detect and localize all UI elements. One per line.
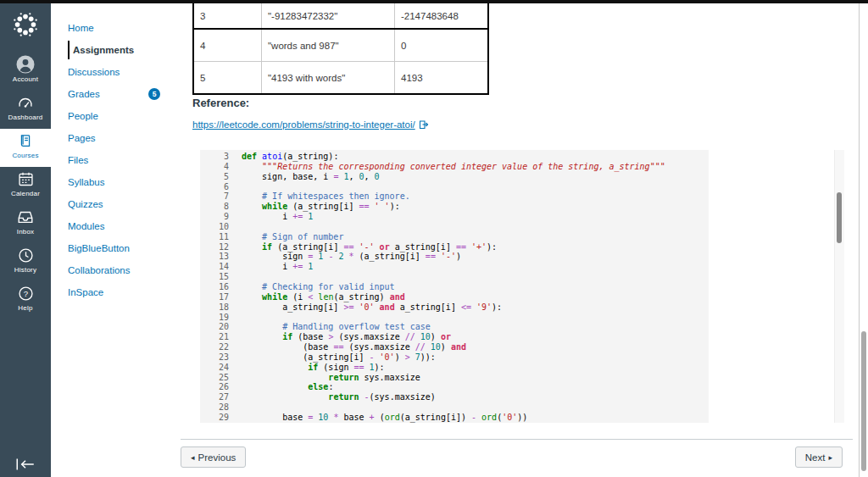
inbox-icon xyxy=(0,207,51,227)
course-nav-label: Assignments xyxy=(73,45,134,55)
code-line: 25 return sys.maxsize xyxy=(205,373,709,383)
clock-icon xyxy=(0,245,51,265)
line-number: 25 xyxy=(205,373,229,383)
line-number: 16 xyxy=(205,282,229,292)
line-number: 9 xyxy=(205,212,229,222)
table-row: 3"-91283472332"-2147483648 xyxy=(194,3,487,30)
page-scrollbar-track[interactable] xyxy=(859,0,860,477)
next-button[interactable]: Next ▸ xyxy=(795,446,843,468)
course-nav-label: Pages xyxy=(68,133,96,143)
canvas-logo[interactable] xyxy=(11,10,40,39)
course-nav-assignments[interactable]: Assignments xyxy=(68,41,176,59)
code-block: 3def atoi(a_string):4 """Returns the cor… xyxy=(200,150,709,423)
course-nav-home[interactable]: Home xyxy=(68,17,176,39)
reference-link-text: https://leetcode.com/problems/string-to-… xyxy=(192,119,415,130)
code-scrollbar-thumb[interactable] xyxy=(837,192,842,243)
global-nav-history[interactable]: History xyxy=(0,243,51,281)
global-nav-label: History xyxy=(0,265,51,275)
input-cell: "4193 with words" xyxy=(261,62,394,93)
grades-badge: 5 xyxy=(148,88,160,100)
course-nav-modules[interactable]: Modules xyxy=(68,215,176,237)
course-nav-label: Syllabus xyxy=(68,177,104,187)
page-scrollbar-thumb[interactable] xyxy=(861,331,866,471)
global-nav-items: AccountDashboardCoursesCalendarInboxHist… xyxy=(0,53,51,319)
global-nav-inbox[interactable]: Inbox xyxy=(0,205,51,243)
previous-button[interactable]: ◂ Previous xyxy=(181,446,246,468)
line-number: 22 xyxy=(205,342,229,352)
user-icon xyxy=(0,54,51,75)
book-icon xyxy=(0,130,51,151)
course-nav-label: Discussions xyxy=(68,67,120,77)
code-line: 6 xyxy=(205,182,709,192)
course-nav-grades[interactable]: Grades5 xyxy=(68,83,176,105)
code-region: 3def atoi(a_string):4 """Returns the cor… xyxy=(200,150,844,423)
calendar-icon xyxy=(0,169,51,189)
course-nav-files[interactable]: Files xyxy=(68,149,176,171)
test-case-table: 3"-91283472332"-21474836484"words and 98… xyxy=(192,3,489,95)
code-scrollbar-track[interactable] xyxy=(834,150,844,423)
course-nav-label: Files xyxy=(68,155,88,165)
course-nav-label: BigBlueButton xyxy=(68,243,130,253)
code-line: 15 xyxy=(205,272,709,282)
table-row: 5"4193 with words"4193 xyxy=(194,62,487,93)
next-arrow-icon: ▸ xyxy=(828,453,832,462)
line-number: 28 xyxy=(205,402,229,413)
course-nav-collaborations[interactable]: Collaborations xyxy=(68,259,176,281)
global-nav-label: Help xyxy=(0,303,51,313)
reference-link[interactable]: https://leetcode.com/problems/string-to-… xyxy=(192,119,429,130)
course-nav-inspace[interactable]: InSpace xyxy=(68,281,176,303)
code-line: 26 else: xyxy=(205,382,709,392)
footer-divider xyxy=(181,439,853,440)
code-line: 7 # If whitespaces then ignore. xyxy=(205,191,709,202)
global-nav-sidebar: AccountDashboardCoursesCalendarInboxHist… xyxy=(0,0,51,477)
global-nav-label: Courses xyxy=(0,151,51,160)
code-line: 18 a_string[i] >= '0' and a_string[i] <=… xyxy=(205,302,709,313)
global-nav-calendar[interactable]: Calendar xyxy=(0,167,51,205)
course-nav-label: Home xyxy=(68,23,94,33)
code-line: 24 if (sign == 1): xyxy=(205,363,709,373)
collapse-arrow-icon xyxy=(14,457,36,472)
line-number: 4 xyxy=(205,162,229,172)
line-number: 15 xyxy=(205,272,229,282)
line-number: 26 xyxy=(205,382,229,392)
course-nav-discussions[interactable]: Discussions xyxy=(68,61,176,83)
input-cell: "-91283472332" xyxy=(261,3,394,28)
code-line: 12 if (a_string[i] == '-' or a_string[i]… xyxy=(205,242,709,252)
collapse-sidebar-button[interactable] xyxy=(14,457,36,472)
line-number: 17 xyxy=(205,292,229,302)
previous-arrow-icon: ◂ xyxy=(191,453,195,462)
course-nav-quizzes[interactable]: Quizzes xyxy=(68,193,176,215)
line-number: 24 xyxy=(205,363,229,373)
course-nav-label: Modules xyxy=(68,221,104,231)
course-nav-people[interactable]: People xyxy=(68,105,176,127)
global-nav-courses[interactable]: Courses xyxy=(0,129,51,167)
row-number-cell: 3 xyxy=(194,3,261,28)
line-number: 3 xyxy=(205,152,229,162)
global-nav-label: Inbox xyxy=(0,227,51,236)
code-line: 22 (base == (sys.maxsize // 10) and xyxy=(205,342,709,352)
line-number: 21 xyxy=(205,332,229,342)
line-number: 11 xyxy=(205,232,229,242)
course-nav-bigbluebutton[interactable]: BigBlueButton xyxy=(68,237,176,259)
question-icon: ? xyxy=(0,283,51,303)
line-number: 12 xyxy=(205,242,229,252)
global-nav-help[interactable]: ?Help xyxy=(0,281,51,319)
output-cell: -2147483648 xyxy=(394,3,487,28)
course-nav-pages[interactable]: Pages xyxy=(68,127,176,149)
canvas-logo-icon xyxy=(11,10,40,39)
line-number: 23 xyxy=(205,352,229,363)
output-cell: 0 xyxy=(394,30,487,61)
code-line: 19 xyxy=(205,313,709,323)
line-number: 5 xyxy=(205,172,229,182)
external-link-icon xyxy=(419,119,429,130)
line-number: 13 xyxy=(205,252,229,262)
global-nav-dashboard[interactable]: Dashboard xyxy=(0,91,51,129)
global-nav-account[interactable]: Account xyxy=(0,53,51,91)
line-number: 27 xyxy=(205,392,229,402)
code-line: 3def atoi(a_string): xyxy=(205,152,709,162)
code-line: 13 sign = 1 - 2 * (a_string[i] == '-') xyxy=(205,252,709,262)
course-nav-syllabus[interactable]: Syllabus xyxy=(68,171,176,193)
code-line: 16 # Checking for valid input xyxy=(205,282,709,292)
top-border-bar xyxy=(0,0,868,3)
course-nav-label: People xyxy=(68,111,98,121)
